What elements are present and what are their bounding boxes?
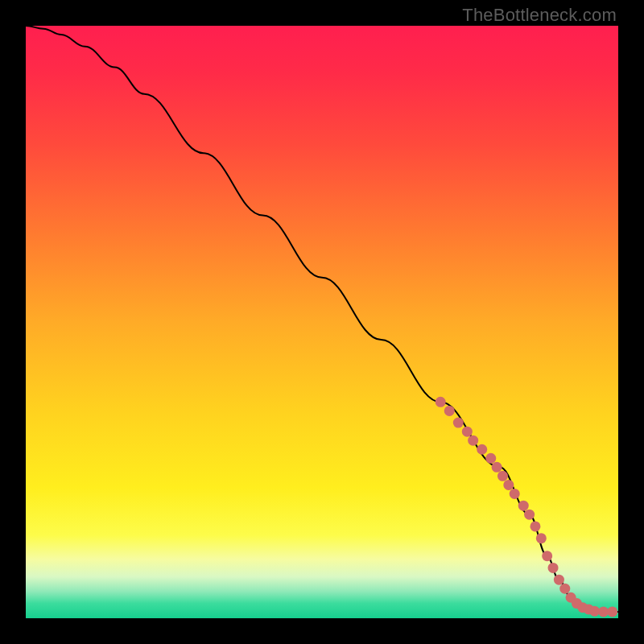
- highlight-point: [530, 521, 540, 531]
- highlight-point: [559, 584, 570, 594]
- highlight-point: [485, 453, 496, 464]
- highlight-point: [503, 480, 514, 490]
- highlight-point: [497, 471, 508, 481]
- gradient-background: [26, 26, 618, 618]
- highlight-point: [548, 563, 559, 573]
- highlight-point: [542, 551, 552, 561]
- highlight-point: [477, 444, 487, 455]
- highlight-point: [453, 418, 464, 428]
- highlight-point: [518, 501, 529, 511]
- highlight-point: [492, 462, 502, 473]
- highlight-point: [444, 406, 455, 416]
- highlight-point: [554, 575, 564, 585]
- highlight-point: [536, 533, 547, 543]
- chart-svg: [26, 26, 618, 618]
- watermark-text: TheBottleneck.com: [462, 5, 617, 26]
- chart-frame: [26, 26, 618, 618]
- highlight-point: [510, 489, 520, 499]
- highlight-point: [436, 397, 446, 407]
- highlight-point: [589, 606, 600, 617]
- highlight-point: [524, 510, 535, 520]
- highlight-point: [462, 427, 473, 437]
- highlight-point: [468, 436, 478, 446]
- highlight-point: [607, 606, 617, 617]
